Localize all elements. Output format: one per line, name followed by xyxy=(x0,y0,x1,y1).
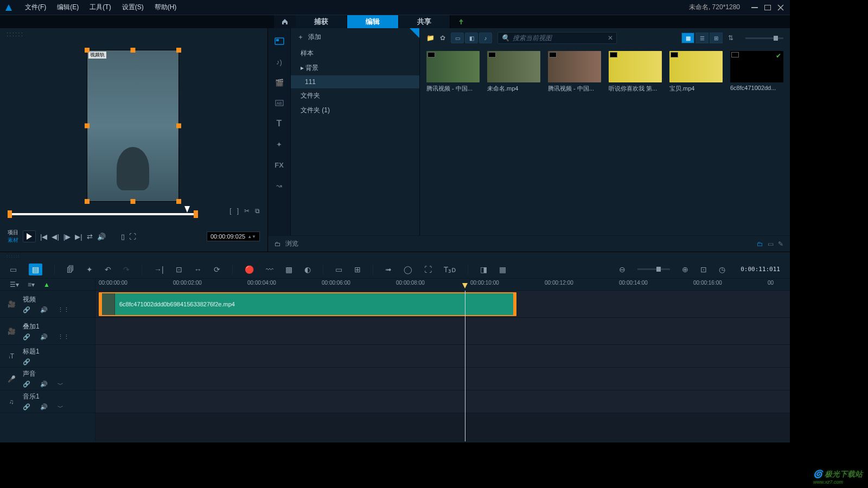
footer-view-icon[interactable]: ▭ xyxy=(768,240,774,248)
search-input[interactable]: 🔍 搜索当前视图 ✕ xyxy=(497,32,617,44)
zoom-in-icon[interactable]: ⊕ xyxy=(682,265,688,274)
clip-handle-left[interactable] xyxy=(99,293,102,315)
timeline-ruler[interactable]: 00:00:00:0000:00:02:0000:00:04:0000:00:0… xyxy=(95,279,790,291)
media-tab-icon[interactable] xyxy=(273,36,286,47)
pin-icon[interactable] xyxy=(410,28,419,38)
import-icon[interactable]: 📁 xyxy=(426,34,435,42)
tree-item-background[interactable]: ▸ 背景 xyxy=(291,61,419,75)
track-vol-icon[interactable]: 🔊 xyxy=(40,306,48,313)
motion-icon[interactable]: 〰 xyxy=(266,265,273,274)
copy-icon[interactable]: 🗐 xyxy=(67,265,74,274)
track-more-icon[interactable]: ﹀ xyxy=(58,381,63,389)
video-clip[interactable]: 6c8fc471002ddd0b6984156338276f2e.mp4 xyxy=(99,292,516,316)
project-mode-label[interactable]: 项目 xyxy=(8,229,18,236)
media-item[interactable]: 听说你喜欢我 第... xyxy=(609,51,662,93)
scrubber-playhead[interactable] xyxy=(184,206,190,213)
browse-button[interactable]: 🗀浏览 xyxy=(275,239,298,248)
snapshot-icon[interactable]: ⊡ xyxy=(176,265,182,274)
thumb-size-slider[interactable] xyxy=(745,37,783,39)
track-lane-video[interactable]: 6c8fc471002ddd0b6984156338276f2e.mp4 xyxy=(95,291,790,318)
tab-share[interactable]: 共享 xyxy=(399,15,450,28)
resize-handle[interactable] xyxy=(85,199,90,204)
media-item[interactable]: 未命名.mp4 xyxy=(487,51,540,93)
fit-icon[interactable]: ⊡ xyxy=(700,265,707,274)
filter-image-icon[interactable]: ◧ xyxy=(465,33,478,43)
trim-in-icon[interactable]: →| xyxy=(154,265,164,274)
3d-title-icon[interactable]: T₃ᴅ xyxy=(444,265,456,274)
storyboard-view-icon[interactable]: ▭ xyxy=(10,265,17,274)
playhead-line[interactable] xyxy=(465,291,465,441)
track-options-icon[interactable]: ≡▾ xyxy=(28,281,35,288)
zoom-out-icon[interactable]: ⊖ xyxy=(619,265,626,274)
graphic-tab-icon[interactable]: ✦ xyxy=(273,139,286,150)
menu-file[interactable]: 文件(F) xyxy=(20,3,52,12)
track-menu-icon[interactable]: ☰▾ xyxy=(10,281,19,288)
media-item[interactable]: 腾讯视频 - 中国... xyxy=(548,51,601,93)
track-more-icon[interactable]: ﹀ xyxy=(58,403,63,412)
next-frame-button[interactable]: |▶ xyxy=(63,233,71,241)
clock-icon[interactable]: ◷ xyxy=(719,265,725,274)
footer-folder-icon[interactable]: 🗀 xyxy=(757,240,763,248)
track-header[interactable]: 🎥 视频 🔗🔊⋮⋮ xyxy=(0,291,95,318)
preview-scrubber[interactable] xyxy=(8,210,198,218)
timeline-tracks[interactable]: 00:00:00:0000:00:02:0000:00:04:0000:00:0… xyxy=(95,279,790,441)
track-vol-icon[interactable]: 🔊 xyxy=(40,333,48,341)
tools-icon[interactable]: ✦ xyxy=(86,265,93,274)
clip-handle-right[interactable] xyxy=(513,293,516,315)
tree-item-samples[interactable]: 样本 xyxy=(291,46,419,61)
resize-handle[interactable] xyxy=(176,124,181,129)
tree-item-111[interactable]: 111 xyxy=(291,75,419,88)
close-button[interactable] xyxy=(776,4,786,11)
chapter-icon[interactable]: ▭ xyxy=(335,265,342,274)
mask-icon[interactable]: ◨ xyxy=(480,265,487,274)
source-mode-label[interactable]: 素材 xyxy=(8,236,18,244)
add-media-button[interactable]: ＋ 添加 xyxy=(291,28,419,46)
view-grid-button[interactable]: ⊞ xyxy=(710,33,723,43)
resize-handle[interactable] xyxy=(131,199,136,204)
media-item[interactable]: 腾讯视频 - 中国... xyxy=(426,51,480,93)
add-track-icon[interactable]: ▲ xyxy=(43,281,50,288)
device-icon[interactable]: ▯ xyxy=(121,233,125,241)
track-fx-icon[interactable]: ⋮⋮ xyxy=(58,306,69,313)
resize-handle[interactable] xyxy=(176,48,181,53)
filter-video-icon[interactable]: ▭ xyxy=(451,33,464,43)
tree-item-folder1[interactable]: 文件夹 (1) xyxy=(291,103,419,118)
blend-icon[interactable]: ◐ xyxy=(304,265,311,274)
title-tab-icon[interactable]: T xyxy=(273,118,286,129)
clear-search-icon[interactable]: ✕ xyxy=(608,34,613,42)
track-vol-icon[interactable]: 🔊 xyxy=(40,403,48,412)
track-fx-icon[interactable]: ⋮⋮ xyxy=(58,333,69,341)
mark-out-icon[interactable]: ] xyxy=(237,207,239,215)
zoom-slider[interactable] xyxy=(637,268,670,270)
track-header[interactable]: 🎤 声音 🔗🔊﹀ xyxy=(0,368,95,390)
ruler-playhead[interactable] xyxy=(462,283,468,288)
split-icon[interactable]: ↔ xyxy=(194,265,202,274)
effect-icon[interactable]: ▩ xyxy=(285,265,292,274)
audio-tab-icon[interactable]: ♪) xyxy=(273,56,286,67)
prev-frame-button[interactable]: ◀| xyxy=(52,233,59,241)
tab-edit[interactable]: 编辑 xyxy=(347,15,399,28)
track-link-icon[interactable]: 🔗 xyxy=(23,333,30,341)
redo-icon[interactable]: ↷ xyxy=(123,265,130,274)
reverse-icon[interactable]: ◯ xyxy=(404,265,412,274)
play-button[interactable] xyxy=(23,230,36,242)
view-list-button[interactable]: ☰ xyxy=(695,33,709,43)
path-tab-icon[interactable]: ↝ xyxy=(273,180,286,191)
track-lane-overlay[interactable] xyxy=(95,318,790,345)
home-button[interactable] xyxy=(274,15,296,28)
go-end-button[interactable]: ▶| xyxy=(75,233,82,241)
track-link-icon[interactable]: 🔗 xyxy=(23,403,30,412)
track-lane-title[interactable] xyxy=(95,345,790,368)
filter-audio-icon[interactable]: ♪ xyxy=(479,33,492,43)
track-header[interactable]: ♫ 音乐1 🔗🔊﹀ xyxy=(0,390,95,413)
pan-zoom-icon[interactable]: ▦ xyxy=(499,265,506,274)
track-header[interactable]: ꜟT 标题1 🔗 xyxy=(0,345,95,368)
tree-item-folder[interactable]: 文件夹 xyxy=(291,88,419,103)
cut-icon[interactable]: ✂ xyxy=(244,207,250,215)
timeline-view-icon[interactable]: ▤ xyxy=(29,264,42,275)
resize-handle[interactable] xyxy=(176,199,181,204)
sort-icon[interactable]: ⇅ xyxy=(728,34,733,42)
go-start-button[interactable]: |◀ xyxy=(40,233,47,241)
menu-edit[interactable]: 编辑(E) xyxy=(52,3,84,12)
crop-icon[interactable]: ⧉ xyxy=(255,207,260,215)
